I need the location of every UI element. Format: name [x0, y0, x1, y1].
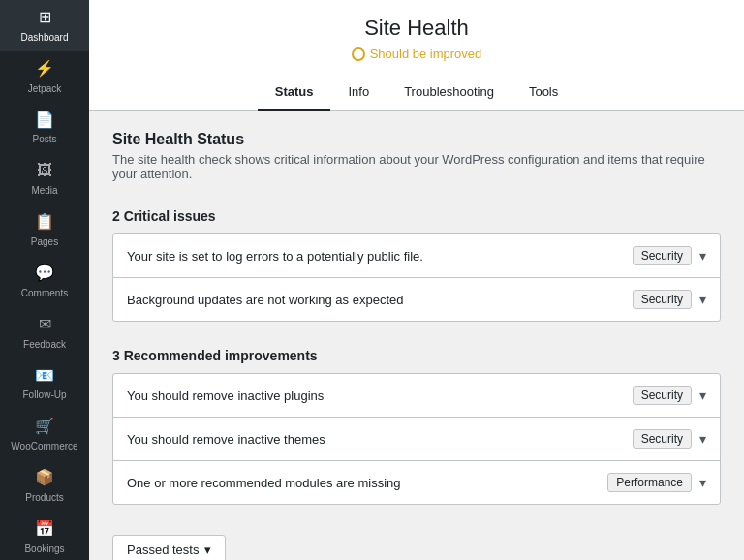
sidebar-item-dashboard[interactable]: ⊞ Dashboard [0, 0, 89, 51]
page-tabs: Status Info Troubleshooting Tools [108, 75, 725, 110]
sidebar-item-jetpack[interactable]: ⚡ Jetpack [0, 51, 89, 103]
passed-tests-button[interactable]: Passed tests ▾ [112, 535, 226, 560]
recommended-issue-3-tag: Performance [607, 473, 692, 492]
recommended-issue-2[interactable]: You should remove inactive themes Securi… [112, 417, 721, 461]
recommended-list: You should remove inactive plugins Secur… [112, 373, 721, 505]
media-icon: 🖼 [37, 161, 52, 181]
recommended-issue-3-text: One or more recommended modules are miss… [127, 476, 401, 490]
critical-issue-1-tag: Security [633, 246, 692, 265]
recommended-issue-3[interactable]: One or more recommended modules are miss… [112, 460, 721, 505]
critical-issue-2-right: Security ▾ [633, 290, 706, 309]
chevron-down-icon-4: ▾ [699, 431, 706, 447]
sidebar-item-pages[interactable]: 📋 Pages [0, 204, 89, 256]
follow-up-icon: 📧 [35, 366, 54, 387]
sidebar-item-label: Dashboard [21, 31, 69, 44]
pages-icon: 📋 [35, 212, 54, 233]
recommended-issue-3-right: Performance ▾ [607, 473, 706, 492]
sidebar: ⊞ Dashboard ⚡ Jetpack 📄 Posts 🖼 Media 📋 … [0, 0, 89, 560]
jetpack-icon: ⚡ [35, 59, 54, 79]
health-status-title: Site Health Status [112, 131, 721, 148]
critical-issue-1-right: Security ▾ [633, 246, 706, 265]
feedback-icon: ✉ [39, 315, 51, 335]
sidebar-item-products[interactable]: 📦 Products [0, 460, 89, 512]
recommended-issue-1[interactable]: You should remove inactive plugins Secur… [112, 373, 721, 418]
recommended-title: 3 Recommended improvements [112, 348, 721, 363]
critical-issue-2-text: Background updates are not working as ex… [127, 293, 403, 307]
critical-issues-title: 2 Critical issues [112, 208, 721, 224]
critical-issue-1-text: Your site is set to log errors to a pote… [127, 249, 423, 264]
chevron-down-icon-5: ▾ [699, 475, 706, 490]
recommended-issue-2-text: You should remove inactive themes [127, 432, 326, 447]
comments-icon: 💬 [35, 264, 54, 284]
sidebar-item-bookings[interactable]: 📅 Bookings [0, 512, 89, 560]
woocommerce-icon: 🛒 [35, 417, 54, 437]
content-area: Site Health Status The site health check… [89, 111, 744, 560]
sidebar-item-follow-up[interactable]: 📧 Follow-Up [0, 358, 89, 410]
sidebar-item-feedback[interactable]: ✉ Feedback [0, 307, 89, 358]
sidebar-item-media[interactable]: 🖼 Media [0, 153, 89, 204]
page-title: Site Health [108, 16, 725, 41]
dashboard-icon: ⊞ [39, 8, 51, 28]
recommended-issue-1-right: Security ▾ [633, 386, 706, 405]
chevron-down-icon-6: ▾ [204, 543, 211, 557]
sidebar-item-posts[interactable]: 📄 Posts [0, 103, 89, 154]
recommended-issue-2-tag: Security [633, 429, 692, 449]
posts-icon: 📄 [35, 110, 54, 131]
recommended-issue-1-text: You should remove inactive plugins [127, 389, 324, 403]
chevron-down-icon-3: ▾ [699, 388, 706, 403]
health-status-desc: The site health check shows critical inf… [112, 152, 721, 181]
critical-issue-2-tag: Security [633, 290, 692, 309]
products-icon: 📦 [35, 468, 54, 488]
tab-status[interactable]: Status [258, 75, 331, 111]
recommended-issue-1-tag: Security [633, 386, 692, 405]
recommended-section: 3 Recommended improvements You should re… [112, 348, 721, 505]
critical-issues-section: 2 Critical issues Your site is set to lo… [112, 208, 721, 322]
chevron-down-icon-2: ▾ [699, 292, 706, 307]
tab-troubleshooting[interactable]: Troubleshooting [387, 75, 512, 111]
status-circle-icon [352, 47, 365, 61]
critical-issue-1[interactable]: Your site is set to log errors to a pote… [112, 233, 721, 278]
recommended-issue-2-right: Security ▾ [633, 429, 706, 449]
page-header: Site Health Should be improved Status In… [89, 0, 744, 111]
critical-issues-list: Your site is set to log errors to a pote… [112, 233, 721, 322]
bookings-icon: 📅 [35, 519, 54, 540]
health-status-section: Site Health Status The site health check… [112, 131, 721, 181]
chevron-down-icon: ▾ [699, 248, 706, 264]
sidebar-item-woocommerce[interactable]: 🛒 WooCommerce [0, 409, 89, 460]
sidebar-item-comments[interactable]: 💬 Comments [0, 256, 89, 307]
status-badge: Should be improved [352, 47, 482, 61]
tab-info[interactable]: Info [330, 75, 387, 111]
main-content: Site Health Should be improved Status In… [89, 0, 744, 560]
tab-tools[interactable]: Tools [512, 75, 575, 111]
critical-issue-2[interactable]: Background updates are not working as ex… [112, 277, 721, 322]
